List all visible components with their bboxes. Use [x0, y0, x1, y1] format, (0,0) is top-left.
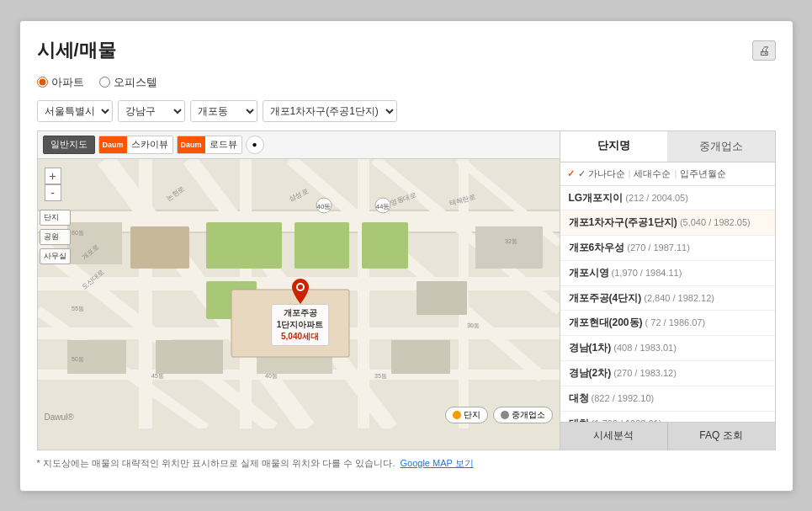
- complex-list-item[interactable]: LG개포지이 (212 / 2004.05): [560, 186, 775, 211]
- map-btn-roadview[interactable]: Daum 로드뷰: [177, 136, 242, 154]
- svg-text:60동: 60동: [72, 230, 84, 236]
- zoom-in-button[interactable]: +: [45, 168, 61, 184]
- radio-apartment-input[interactable]: [37, 77, 48, 88]
- svg-text:35동: 35동: [374, 373, 387, 379]
- main-container: 시세/매물 🖨 아파트 오피스텔 서울특별시 강남구 개포동 개포1차자구(주공…: [19, 20, 793, 492]
- complex-list-item[interactable]: 경남(2차) (270 / 1983.12): [560, 361, 775, 386]
- map-zoom-controls: + -: [45, 168, 61, 201]
- daum-logo: Daum: [99, 136, 127, 153]
- complex-list-item[interactable]: 경남(1차) (408 / 1983.01): [560, 336, 775, 361]
- map-toolbar: 일반지도 Daum 스카이뷰 Daum 로드뷰 ●: [38, 131, 560, 159]
- filter-by-date[interactable]: 입주년월순: [680, 168, 726, 180]
- panel-bottom-buttons: 시세분석 FAQ 조회: [560, 422, 775, 450]
- panel-tabs: 단지명 중개업소: [560, 131, 775, 162]
- radio-officetel[interactable]: 오피스텔: [99, 75, 157, 90]
- legend-broker[interactable]: 중개업소: [493, 407, 553, 423]
- svg-rect-19: [362, 222, 408, 269]
- page-title: 시세/매물: [37, 38, 116, 63]
- header-row: 시세/매물 🖨: [37, 38, 776, 63]
- skyview-label: 스카이뷰: [127, 136, 172, 153]
- daum-logo2: Daum: [178, 136, 205, 153]
- svg-rect-25: [391, 340, 450, 374]
- svg-rect-23: [417, 281, 467, 315]
- filter-alphabetical[interactable]: ✓ 가나다순: [578, 168, 625, 180]
- svg-text:44동: 44동: [375, 203, 390, 210]
- zoom-out-button[interactable]: -: [45, 184, 61, 201]
- panel-filter-row: ✓ ✓ 가나다순 | 세대수순 | 입주년월순: [560, 162, 775, 186]
- svg-rect-17: [206, 222, 282, 269]
- side-label-office: 사무실: [40, 248, 71, 264]
- svg-rect-15: [358, 159, 369, 428]
- roadview-label: 로드뷰: [205, 136, 241, 153]
- complex-list-item[interactable]: 개포시영 (1,970 / 1984.11): [560, 261, 775, 286]
- svg-text:45동: 45동: [151, 373, 164, 379]
- marker-pin-icon: [290, 277, 310, 306]
- map-legend: 단지 중개업소: [445, 407, 553, 423]
- map-svg-container: 개포로 논현로 삼성로 영동대로 테헤란로 도산대로 40동 44동 60동 5…: [38, 159, 560, 428]
- map-circle-btn[interactable]: ●: [246, 136, 264, 154]
- svg-rect-27: [156, 340, 223, 374]
- marker-label: 개포주공 1단지아파트 5,040세대: [271, 304, 330, 346]
- svg-text:32동: 32동: [505, 238, 517, 244]
- svg-text:40동: 40동: [316, 203, 331, 210]
- map-btn-general[interactable]: 일반지도: [43, 136, 95, 154]
- complex-list-item[interactable]: 개포현대(200동) ( 72 / 1986.07): [560, 311, 775, 336]
- footer-note: * 지도상에는 매물의 대략적인 위치만 표시하므로 실제 매물의 위치와 다를…: [37, 457, 776, 470]
- map-side-labels: 단지 공원 사무실: [40, 210, 71, 264]
- legend-danji[interactable]: 단지: [445, 407, 488, 423]
- legend-dot-danji: [453, 411, 461, 419]
- tab-complex-name[interactable]: 단지명: [560, 131, 668, 162]
- svg-rect-18: [295, 222, 349, 269]
- svg-point-49: [298, 285, 303, 290]
- complex-select[interactable]: 개포1차자구(주공1단지): [263, 100, 397, 122]
- price-analysis-button[interactable]: 시세분석: [560, 423, 668, 450]
- side-label-danji: 단지: [40, 210, 71, 226]
- radio-apartment[interactable]: 아파트: [37, 75, 84, 90]
- complex-list: LG개포지이 (212 / 2004.05)개포1차자구(주공1단지) (5,0…: [560, 186, 775, 422]
- svg-rect-24: [475, 226, 543, 269]
- complex-list-item[interactable]: 대청 (822 / 1992.10): [560, 386, 775, 412]
- side-label-park: 공원: [40, 229, 71, 245]
- svg-text:40동: 40동: [265, 373, 278, 379]
- main-content: 일반지도 Daum 스카이뷰 Daum 로드뷰 ●: [37, 130, 776, 450]
- svg-text:50동: 50동: [72, 356, 84, 362]
- svg-text:55동: 55동: [72, 306, 84, 311]
- map-area: 일반지도 Daum 스카이뷰 Daum 로드뷰 ●: [38, 131, 560, 450]
- dong-select[interactable]: 개포동: [190, 100, 257, 122]
- map-btn-skyview[interactable]: Daum 스카이뷰: [98, 136, 173, 154]
- city-select[interactable]: 서울특별시: [37, 100, 113, 122]
- svg-rect-13: [139, 159, 152, 428]
- svg-rect-21: [130, 226, 189, 269]
- filter-check-icon: ✓: [567, 168, 575, 179]
- legend-dot-broker: [501, 411, 509, 419]
- footer-note-text: * 지도상에는 매물의 대략적인 위치만 표시하므로 실제 매물의 위치와 다를…: [37, 457, 395, 470]
- complex-list-item[interactable]: 대치 (1,760 / 1983.01): [560, 412, 775, 422]
- complex-list-item[interactable]: 개포주공(4단지) (2,840 / 1982.12): [560, 286, 775, 311]
- district-select[interactable]: 강남구: [118, 100, 185, 122]
- faq-button[interactable]: FAQ 조회: [668, 423, 775, 450]
- right-panel: 단지명 중개업소 ✓ ✓ 가나다순 | 세대수순 | 입주년월순 LG개포지이 …: [560, 131, 775, 450]
- svg-text:30동: 30동: [467, 322, 480, 328]
- map-watermark: Dawul®: [45, 413, 74, 422]
- filter-row: 서울특별시 강남구 개포동 개포1차자구(주공1단지): [37, 100, 776, 122]
- map-marker: 개포주공 1단지아파트 5,040세대: [290, 277, 310, 306]
- google-map-link[interactable]: Google MAP 보기: [400, 457, 473, 470]
- tab-broker[interactable]: 중개업소: [667, 131, 775, 162]
- radio-officetel-input[interactable]: [99, 77, 110, 88]
- property-type-radio-group: 아파트 오피스텔: [37, 75, 776, 90]
- print-button[interactable]: 🖨: [752, 40, 776, 61]
- complex-list-item[interactable]: 개포6차우성 (270 / 1987.11): [560, 236, 775, 261]
- complex-list-item[interactable]: 개포1차자구(주공1단지) (5,040 / 1982.05): [560, 210, 775, 236]
- filter-by-units[interactable]: 세대수순: [634, 168, 671, 180]
